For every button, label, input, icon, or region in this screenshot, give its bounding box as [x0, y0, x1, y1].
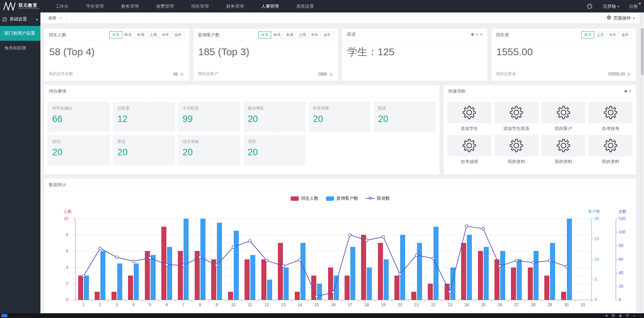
theme-palette-icon[interactable] — [587, 3, 592, 9]
x-axis-label: 20 — [398, 303, 402, 307]
user-name: 伍梦楠 — [603, 3, 616, 9]
line-point — [432, 257, 434, 260]
brand-logo[interactable]: 双元教育 BSS Vocational Education — [0, 0, 47, 12]
quick-nav-tile-5[interactable]: 自考成绩 — [447, 135, 491, 165]
x-tick-mark — [192, 300, 192, 301]
todo-tile-1[interactable]: 待学生确认66 — [48, 102, 110, 132]
tick-mark — [616, 219, 617, 219]
x-tick-mark — [342, 300, 342, 301]
filter-button-今年[interactable]: 今年 — [606, 31, 619, 38]
todo-label: 微信绑定 — [248, 105, 301, 111]
quick-nav-tile-3[interactable]: 我的客户 — [542, 102, 586, 132]
carousel-dot[interactable] — [624, 90, 627, 93]
x-axis-label: 19 — [381, 303, 385, 307]
tick-mark — [616, 286, 617, 287]
filter-button-去年[interactable]: 去年 — [172, 31, 185, 38]
line-point — [315, 295, 318, 298]
ime-icon[interactable]: 拼 — [612, 314, 615, 317]
filter-button-去年[interactable]: 去年 — [619, 31, 632, 38]
sidebar-group-header[interactable]: 基础设置 ▴ — [0, 12, 40, 26]
stat-card-body: 学生：125 — [342, 40, 487, 81]
nav-item-3[interactable]: 教务管理 — [112, 0, 148, 12]
user-menu[interactable]: 伍梦楠 ▾ — [603, 3, 619, 9]
tick-mark — [616, 259, 617, 260]
todo-tile-4[interactable]: 微信绑定20 — [244, 102, 306, 132]
legend-item-招生人数[interactable]: 招生人数 — [291, 195, 319, 201]
legend-item-跟进数[interactable]: 跟进数 — [366, 195, 390, 201]
carousel-dot[interactable] — [480, 33, 483, 36]
carousel-dot[interactable] — [476, 33, 478, 36]
nav-item-5[interactable]: 招生管理 — [183, 0, 218, 12]
nav-item-6[interactable]: 财务管理 — [218, 0, 253, 12]
todo-tile-8[interactable]: 异议20 — [113, 135, 175, 165]
close-icon[interactable]: × — [59, 15, 62, 21]
todo-tile-10[interactable]: 流程20 — [244, 135, 306, 165]
filter-button-上周[interactable]: 上周 — [296, 31, 309, 38]
gear-icon — [494, 135, 539, 156]
x-axis-label: 10 — [231, 303, 235, 307]
todo-tile-6[interactable]: 投诉20 — [374, 102, 436, 132]
filter-button-今年[interactable]: 今年 — [159, 31, 172, 38]
filter-button-上月[interactable]: 上月 — [594, 31, 607, 38]
stat-card-value: 1555.00 — [496, 46, 533, 57]
y-axis-left-tick: 0 — [66, 297, 68, 302]
announcement-link[interactable]: 公告 — [629, 3, 638, 9]
filter-button-本周[interactable]: 本周 — [134, 31, 147, 38]
time-filter-group: 本月上月今年去年 — [582, 31, 632, 38]
todo-tile-5[interactable]: 学生审核20 — [309, 102, 371, 132]
scrollbar-thumb[interactable] — [641, 28, 644, 75]
todo-tile-7[interactable]: 提问20 — [48, 135, 110, 165]
filter-button-昨天[interactable]: 昨天 — [122, 31, 135, 38]
legend-item-新增客户数[interactable]: 新增客户数 — [326, 195, 358, 201]
clipboard-icon[interactable]: ▤ — [619, 314, 622, 317]
quick-nav-tile-4[interactable]: 自考报考 — [588, 102, 633, 132]
volume-icon[interactable]: ◖ — [633, 314, 635, 317]
nav-item-8[interactable]: 系统设置 — [288, 0, 323, 12]
start-button[interactable] — [1, 314, 7, 317]
filter-button-今天[interactable]: 今天 — [109, 31, 122, 38]
y-axis-offset-tick: 40 — [619, 271, 623, 275]
carousel-dot[interactable] — [471, 33, 474, 36]
quick-nav-tile-8[interactable]: 我的资料 — [588, 135, 633, 165]
chart-panel: 数据统计 招生人数新增客户数跟进数 0246810人数05101520客户数02… — [44, 178, 637, 313]
x-tick-mark — [325, 300, 325, 301]
language-icon[interactable]: 中 — [626, 314, 629, 317]
todo-label: 流程 — [248, 139, 301, 145]
page-actions-button[interactable]: 页面操作 ▾ — [601, 12, 640, 24]
sidebar-item-1[interactable]: 部门和用户设置 — [0, 26, 40, 41]
line-point — [132, 260, 135, 263]
x-tick-mark — [475, 300, 475, 301]
filter-button-本月[interactable]: 本月 — [581, 31, 594, 38]
nav-item-7[interactable]: 人事管理 — [253, 0, 288, 12]
filter-button-去年[interactable]: 去年 — [321, 31, 333, 38]
quick-nav-tile-1[interactable]: 添加学生 — [447, 102, 491, 132]
nav-item-4[interactable]: 收费管理 — [148, 0, 183, 12]
filter-button-昨天[interactable]: 昨天 — [271, 31, 284, 38]
mail-icon[interactable]: ✉ — [605, 314, 608, 317]
nav-item-2[interactable]: 学生管理 — [77, 0, 112, 12]
y-axis-right-tick: 0 — [594, 297, 597, 302]
smiley-icon: ☺ — [626, 71, 632, 77]
filter-button-本周[interactable]: 本周 — [283, 31, 296, 38]
stat-card-body: 185 (Top 3) — [193, 41, 339, 71]
filter-button-今天[interactable]: 今天 — [258, 31, 271, 38]
todo-tile-9[interactable]: 论文审核20 — [178, 135, 240, 165]
clock-icon[interactable]: ◔ — [639, 314, 641, 317]
filter-button-上周[interactable]: 上周 — [147, 31, 160, 38]
nav-item-1[interactable]: 工作台 — [47, 0, 77, 12]
sidebar-item-2[interactable]: 角色和权限 — [0, 41, 40, 56]
chevron-up-icon: ▴ — [36, 18, 38, 21]
filter-button-今年[interactable]: 今年 — [308, 31, 321, 38]
stat-card-footer: 我的总客户2888☺ — [193, 71, 339, 81]
carousel-dot[interactable] — [629, 90, 632, 93]
quick-nav-tile-7[interactable]: 我的资料 — [542, 135, 586, 165]
quick-nav-tile-2[interactable]: 添加学生联系 — [494, 102, 539, 132]
gear-icon — [542, 135, 586, 156]
topbar-menu: 工作台学生管理教务管理收费管理招生管理财务管理人事管理系统设置 — [47, 0, 323, 12]
vertical-scrollbar[interactable] — [640, 12, 644, 313]
tab-desktop[interactable]: 桌面 × — [44, 12, 66, 24]
todo-tile-3[interactable]: 今日联系99 — [178, 102, 240, 132]
legend-label: 新增客户数 — [336, 195, 358, 201]
quick-nav-tile-6[interactable]: 我的资料 — [494, 135, 539, 165]
todo-tile-2[interactable]: 总联系12 — [113, 102, 175, 132]
